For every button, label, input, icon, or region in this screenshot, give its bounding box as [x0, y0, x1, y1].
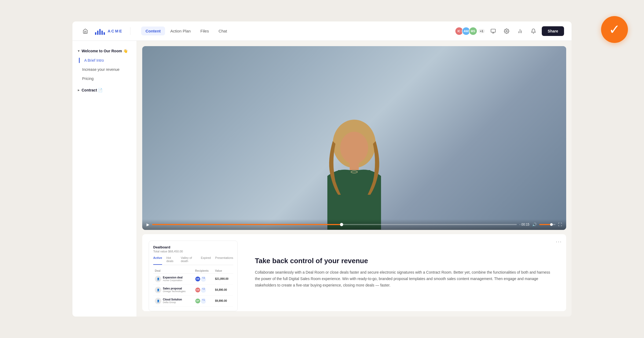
table-row: 👤 Expansion deal Acme Corporation — [153, 273, 233, 284]
sidebar-section-welcome-header[interactable]: ▾ Welcome to Our Room 👋 — [72, 46, 137, 56]
recipients-overflow-2: +2 — [201, 287, 206, 293]
tab-valley[interactable]: Valley of death — [181, 256, 197, 265]
logo-bar-5 — [104, 32, 105, 35]
sidebar-item-brief-intro[interactable]: A Brief Intro — [72, 56, 137, 65]
app-container: ACME Content Action Plan Files Chat IC A… — [72, 21, 572, 317]
navbar: ACME Content Action Plan Files Chat IC A… — [72, 21, 572, 41]
avatar-group: IC AW MS +1 — [455, 27, 485, 35]
sidebar-section-welcome-label: Welcome to Our Room 👋 — [82, 49, 128, 53]
svg-rect-9 — [350, 162, 359, 170]
card-text-panel: Take back control of your revenue Collab… — [244, 234, 566, 311]
volume-bar[interactable] — [539, 224, 555, 225]
chevron-right-icon: ▸ — [78, 88, 79, 92]
video-controls: ▶ - 00:15 🔊 ⛶ — [142, 219, 566, 230]
sidebar-item-increase-revenue[interactable]: Increase your revenue — [72, 65, 137, 74]
nav-action-plan[interactable]: Action Plan — [166, 27, 195, 35]
table-row: 👤 Cloud Solution Delta Group — [153, 295, 233, 306]
recipient-avatar-1: AB — [195, 276, 200, 282]
video-background — [142, 46, 566, 230]
progress-thumb — [340, 223, 343, 226]
logo-bar-4 — [101, 31, 103, 35]
recipient-avatar-2: CD — [195, 287, 200, 293]
volume-button[interactable]: 🔊 — [532, 222, 537, 227]
home-button[interactable] — [80, 26, 91, 36]
deal-avatar-2: 👤 — [155, 287, 161, 293]
card-description: Collaborate seamlessly with a Deal Room … — [255, 269, 555, 288]
recipients-overflow-3: +1 — [201, 298, 206, 304]
deal-name-1: Expansion deal — [163, 276, 182, 279]
person-figure — [311, 64, 397, 230]
tab-active[interactable]: Active — [153, 256, 162, 265]
logo-bar-3 — [99, 29, 101, 35]
sidebar: ▾ Welcome to Our Room 👋 A Brief Intro In… — [72, 41, 137, 317]
volume-thumb — [550, 223, 553, 226]
dealboard: Dealboard Total value $68,450.00 Active … — [149, 241, 238, 311]
nav-content[interactable]: Content — [141, 27, 165, 35]
col-deal: Deal — [153, 268, 193, 274]
recipients-2: CD +2 — [195, 287, 212, 293]
card-title: Take back control of your revenue — [255, 257, 555, 265]
recipients-3: EF +1 — [195, 298, 212, 304]
chevron-down-icon: ▾ — [78, 49, 79, 53]
tab-presentations[interactable]: Presentations — [215, 256, 233, 265]
dealboard-subtitle: Total value $68,450.00 — [153, 250, 233, 253]
content-area: ▶ - 00:15 🔊 ⛶ ··· — [137, 41, 572, 317]
progress-bar[interactable] — [152, 224, 517, 225]
main-content: ▾ Welcome to Our Room 👋 A Brief Intro In… — [72, 41, 572, 317]
deal-value-1: $21,890.00 — [213, 273, 233, 284]
time-remaining: - 00:15 — [519, 223, 529, 226]
sidebar-section-contract-label: Contract 📄 — [82, 88, 103, 92]
recipients-1: AB +4 — [195, 276, 212, 282]
tab-hot-deals[interactable]: Hot deals — [166, 256, 177, 265]
dealboard-panel: Dealboard Total value $68,450.00 Active … — [142, 234, 244, 311]
nav-files[interactable]: Files — [196, 27, 213, 35]
col-recipients: Recipients — [193, 268, 213, 274]
play-button[interactable]: ▶ — [147, 222, 149, 227]
logo-area: ACME — [95, 27, 130, 35]
avatar-ms: MS — [469, 27, 477, 35]
progress-fill — [152, 224, 342, 225]
nav-right: IC AW MS +1 — [455, 26, 564, 36]
dealboard-table: Deal Recipients Value 👤 — [153, 268, 233, 307]
table-row: 👤 Sales proposal Omega Technologies — [153, 284, 233, 295]
sidebar-item-pricing[interactable]: Pricing — [72, 74, 137, 83]
deal-value-3: $9,890.00 — [213, 295, 233, 306]
avatar-overflow: +1 — [478, 29, 485, 33]
check-icon: ✓ — [609, 23, 620, 36]
card-options-button[interactable]: ··· — [556, 238, 562, 245]
settings-icon-button[interactable] — [502, 26, 512, 36]
svg-rect-0 — [491, 29, 496, 32]
col-value: Value — [213, 268, 233, 274]
nav-links: Content Action Plan Files Chat — [141, 27, 455, 35]
logo-text: ACME — [108, 29, 123, 33]
sidebar-section-contract-header[interactable]: ▸ Contract 📄 — [72, 85, 137, 95]
chart-icon-button[interactable] — [515, 26, 525, 36]
volume-fill — [539, 224, 551, 225]
share-button[interactable]: Share — [542, 26, 564, 36]
svg-point-3 — [506, 30, 507, 32]
content-card: ··· Dealboard Total value $68,450.00 Act… — [142, 234, 566, 311]
tab-expired[interactable]: Expired — [201, 256, 211, 265]
video-player: ▶ - 00:15 🔊 ⛶ — [142, 46, 566, 230]
recipient-avatar-3: EF — [195, 298, 200, 304]
svg-point-8 — [340, 132, 368, 164]
check-badge: ✓ — [601, 16, 628, 43]
deal-name-3: Cloud Solution — [163, 298, 182, 301]
deal-company-1: Acme Corporation — [163, 279, 182, 282]
deal-avatar-3: 👤 — [155, 298, 161, 304]
logo-bar-2 — [97, 31, 98, 35]
monitor-icon-button[interactable] — [488, 26, 498, 36]
deal-company-2: Omega Technologies — [163, 290, 185, 293]
sidebar-section-contract: ▸ Contract 📄 — [72, 85, 137, 95]
nav-chat[interactable]: Chat — [214, 27, 231, 35]
sidebar-section-welcome: ▾ Welcome to Our Room 👋 A Brief Intro In… — [72, 46, 137, 83]
deal-value-2: $4,890.00 — [213, 284, 233, 295]
logo-icon — [95, 27, 105, 35]
deal-company-3: Delta Group — [163, 301, 182, 304]
logo-bar-1 — [95, 32, 96, 35]
deal-avatar-1: 👤 — [155, 276, 161, 282]
dealboard-tabs: Active Hot deals Valley of death Expired… — [153, 256, 233, 265]
recipients-overflow-1: +4 — [201, 276, 206, 282]
bell-icon-button[interactable] — [528, 26, 539, 36]
fullscreen-button[interactable]: ⛶ — [558, 222, 562, 227]
